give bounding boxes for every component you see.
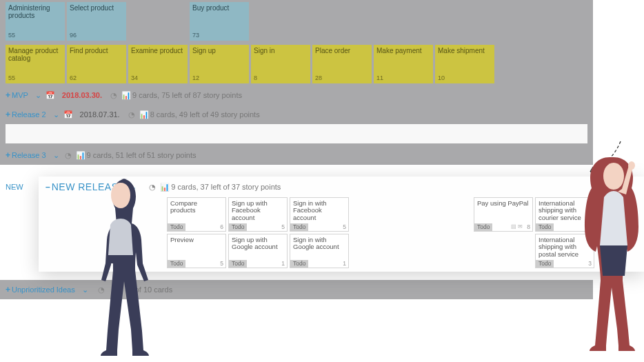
story-title: International shipping with courier serv… (539, 199, 581, 221)
story-status: Todo (229, 223, 247, 231)
card-title: Manage product catalog (8, 47, 58, 62)
chart-icon[interactable]: 📊 (76, 151, 85, 160)
toggle-icon[interactable]: + (6, 110, 10, 119)
card-number: 10 (438, 75, 445, 82)
epic-card[interactable]: Examine product34 (128, 45, 188, 83)
story-points: 8 (527, 224, 530, 230)
story-status: Todo (168, 223, 185, 231)
epic-card[interactable]: Make payment11 (374, 45, 433, 83)
card-number: 12 (192, 75, 199, 82)
stopwatch-icon: ◔ (63, 151, 73, 160)
card-title: Place order (315, 47, 350, 54)
story-card[interactable]: PreviewTodo5 (167, 234, 226, 268)
epic-card[interactable]: Place order28 (312, 45, 372, 83)
release-stats: 9 cards, 75 left of 87 story points (132, 91, 242, 99)
card-title: Administering products (8, 4, 50, 19)
story-card[interactable]: Sign up with Facebook accountTodo5 (228, 197, 288, 232)
story-title: Sign up with Google account (232, 236, 278, 250)
story-status: Todo (290, 223, 308, 231)
release-stats: 9 cards, 37 left of 37 story points (171, 183, 281, 191)
chevron-down-icon[interactable]: ⌄ (53, 151, 59, 160)
svg-rect-0 (110, 255, 131, 263)
card-number: 73 (192, 32, 199, 39)
story-title: Sign in with Google account (293, 236, 339, 250)
story-card[interactable]: Compare productsTodo6 (167, 197, 226, 232)
story-card[interactable]: Sign up with Google accountTodo1 (228, 234, 288, 268)
card-number: 34 (131, 75, 138, 82)
release-date: 2018.07.31. (80, 110, 120, 119)
epic-card[interactable]: Sign up12 (190, 45, 249, 83)
card-title: Buy product (192, 4, 229, 12)
release-stats: 8 cards, 49 left of 49 story points (150, 110, 260, 119)
release-name[interactable]: Release 3 (12, 151, 46, 159)
card-title: Make shipment (438, 47, 485, 54)
card-title: Examine product (131, 47, 183, 54)
release-name[interactable]: Unprioritized Ideas (12, 285, 75, 294)
card-number: 55 (8, 75, 15, 82)
new-release-bg-label: NEW (6, 183, 23, 191)
stopwatch-icon: ◔ (109, 91, 119, 100)
story-points: 1 (343, 261, 346, 267)
story-title: International shipping with postal servi… (539, 236, 578, 258)
release-bar[interactable]: +Release 2⌄📅2018.07.31.◔📊8 cards, 49 lef… (0, 105, 593, 124)
epic-card[interactable]: Select product96 (67, 2, 126, 41)
card-title: Select product (70, 4, 114, 12)
card-title: Make payment (376, 47, 422, 54)
card-number: 96 (70, 32, 77, 39)
story-points: 5 (343, 224, 346, 230)
release-name[interactable]: MVP (12, 91, 28, 99)
chevron-down-icon[interactable]: ⌄ (53, 110, 59, 119)
meta-icons: ▤ ✉ (511, 224, 523, 230)
epic-card[interactable]: Find product62 (67, 45, 126, 83)
release-stats: 9 cards, 51 left of 51 story points (87, 151, 197, 159)
calendar-icon[interactable]: 📅 (63, 110, 73, 119)
release-bar[interactable]: +MVP⌄📅2018.03.30.◔📊9 cards, 75 left of 8… (0, 86, 593, 105)
story-title: Compare products (170, 199, 197, 214)
chart-icon[interactable]: 📊 (160, 183, 170, 192)
story-title: Sign up with Facebook account (232, 199, 268, 221)
toggle-icon[interactable]: + (6, 285, 10, 294)
toggle-icon[interactable]: + (6, 90, 10, 100)
story-status: Todo (290, 260, 308, 268)
drop-zone[interactable] (6, 124, 587, 143)
release-name[interactable]: Release 2 (12, 110, 46, 119)
story-status: Todo (229, 260, 247, 268)
card-title: Sign in (254, 47, 275, 54)
chevron-down-icon[interactable]: ⌄ (35, 91, 41, 100)
story-card[interactable]: Sign in with Facebook accountTodo5 (290, 197, 349, 232)
story-status: Todo (474, 223, 492, 231)
svg-point-1 (628, 161, 635, 170)
story-status: Todo (536, 223, 554, 231)
chart-icon[interactable]: 📊 (139, 110, 149, 119)
story-status: Todo (168, 260, 185, 268)
card-number: 11 (376, 75, 383, 82)
story-card[interactable]: Sign in with Google accountTodo1 (290, 234, 349, 268)
epic-card[interactable]: Buy product73 (190, 2, 249, 41)
story-points: 5 (220, 261, 223, 267)
card-number: 28 (315, 75, 322, 82)
person-illustration-left (90, 179, 152, 358)
release-bar[interactable]: +Release 3⌄◔📊9 cards, 51 left of 51 stor… (0, 145, 593, 165)
toggle-icon[interactable]: + (6, 150, 10, 160)
story-title: Pay using PayPal (477, 199, 528, 207)
card-number: 55 (8, 32, 15, 39)
card-number: 8 (254, 75, 257, 82)
story-status: Todo (536, 260, 554, 268)
card-number: 62 (70, 75, 77, 82)
epic-card[interactable]: Sign in8 (251, 45, 310, 83)
stopwatch-icon: ◔ (127, 110, 137, 119)
story-points: 1 (281, 261, 285, 267)
toggle-icon[interactable]: – (46, 182, 50, 192)
epic-card[interactable]: Manage product catalog55 (6, 45, 65, 83)
card-title: Find product (70, 47, 108, 54)
story-card[interactable]: Pay using PayPalTodo▤ ✉8 (474, 197, 533, 232)
epic-card[interactable]: Administering products55 (6, 2, 65, 41)
release-bar-unprioritized[interactable]: +Unprioritized Ideas⌄◔of 10 cards (0, 280, 593, 299)
chart-icon[interactable]: 📊 (121, 91, 131, 100)
story-title: Preview (170, 236, 194, 243)
calendar-icon[interactable]: 📅 (46, 91, 55, 100)
epic-card[interactable]: Make shipment10 (435, 45, 494, 83)
story-title: Sign in with Facebook account (293, 199, 327, 221)
chevron-down-icon[interactable]: ⌄ (82, 285, 88, 294)
release-date: 2018.03.30. (62, 91, 102, 99)
